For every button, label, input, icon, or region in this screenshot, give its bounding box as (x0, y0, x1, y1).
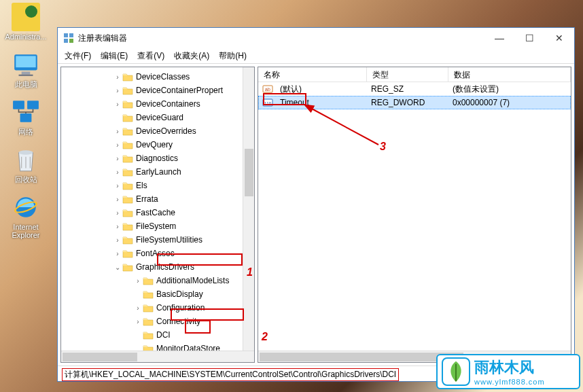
tree-item[interactable]: DeviceGuard (61, 111, 254, 124)
tree-item[interactable]: ›Els (61, 179, 254, 192)
close-button[interactable]: ✕ (544, 28, 574, 48)
icon-label: Administra... (0, 33, 52, 41)
col-name[interactable]: 名称 (258, 67, 367, 82)
tree-twisty[interactable]: › (113, 223, 122, 230)
tree-item[interactable]: ›Errata (61, 192, 254, 206)
menu-edit[interactable]: 编辑(E) (96, 49, 132, 63)
list-body[interactable]: ab(默认)REG_SZ(数值未设置)110TimeoutREG_DWORD0x… (258, 82, 571, 109)
tree-twisty[interactable]: › (113, 73, 122, 81)
tree-twisty[interactable]: › (113, 141, 122, 149)
desktop-icon-network[interactable]: 网络 (0, 98, 52, 136)
svg-rect-4 (13, 101, 24, 109)
value-row[interactable]: ab(默认)REG_SZ(数值未设置) (258, 82, 571, 96)
desktop-icon-administrator[interactable]: Administra... (0, 3, 52, 41)
logo-url: www.ylmf888.com (474, 378, 545, 386)
svg-rect-6 (20, 113, 32, 122)
folder-icon (143, 330, 154, 340)
tree-label: Errata (136, 194, 158, 204)
tree-label: DeviceContainers (136, 99, 200, 109)
tree-item[interactable]: DCI (61, 328, 254, 342)
folder-icon (122, 181, 133, 190)
tree-label: GraphicsDrivers (136, 262, 194, 272)
tree-twisty[interactable]: › (133, 277, 143, 285)
maximize-button[interactable]: ☐ (514, 28, 544, 48)
tree-item[interactable]: ›FastCache (61, 206, 254, 219)
tree-item[interactable]: ›AdditionalModeLists (61, 274, 254, 287)
tree-twisty[interactable]: › (133, 318, 143, 325)
folder-icon (143, 303, 154, 313)
tree-item[interactable]: ›DeviceContainerPropert (61, 84, 254, 97)
col-type[interactable]: 类型 (367, 67, 448, 82)
tree-item[interactable]: ›FileSystemUtilities (61, 233, 254, 247)
tree-label: DeviceGuard (136, 113, 183, 122)
folder-icon (122, 194, 133, 204)
menu-file[interactable]: 文件(F) (60, 49, 95, 63)
tree-twisty[interactable]: › (113, 101, 122, 108)
tree-label: Diagnostics (136, 154, 178, 163)
user-folder-icon (12, 3, 40, 31)
folder-icon (122, 126, 133, 136)
desktop-icon-recycle-bin[interactable]: 回收站 (0, 145, 52, 183)
tree-label: BasicDisplay (156, 289, 203, 299)
folder-icon (122, 235, 133, 245)
tree-item[interactable]: ›DeviceOverrides (61, 124, 254, 138)
menu-view[interactable]: 查看(V) (133, 49, 169, 63)
tree-twisty[interactable]: › (113, 196, 122, 203)
registry-editor-window: 注册表编辑器 — ☐ ✕ 文件(F) 编辑(E) 查看(V) 收藏夹(A) 帮助… (57, 27, 575, 382)
folder-icon (122, 154, 133, 163)
desktop-icon-ie[interactable]: Internet Explorer (0, 193, 52, 239)
tree-twisty[interactable]: › (113, 236, 122, 244)
titlebar[interactable]: 注册表编辑器 — ☐ ✕ (58, 28, 574, 48)
tree-label: DevQuery (136, 140, 173, 149)
tree-twisty[interactable]: › (113, 182, 122, 190)
value-type-icon: 110 (262, 97, 273, 108)
svg-text:ab: ab (265, 87, 270, 92)
tree-item[interactable]: MonitorDataStore (61, 342, 254, 351)
value-name: Timeout (275, 98, 366, 107)
svg-rect-1 (16, 56, 35, 67)
folder-icon (122, 262, 133, 272)
folder-icon (122, 113, 133, 122)
value-type-icon: ab (262, 84, 273, 94)
tree-item[interactable]: ›Configuration (61, 301, 254, 315)
tree-twisty[interactable]: › (113, 128, 122, 135)
svg-rect-10 (64, 33, 68, 37)
tree-item[interactable]: ›Diagnostics (61, 152, 254, 165)
tree-twisty[interactable]: › (113, 87, 122, 94)
tree-vscrollbar[interactable] (243, 67, 254, 351)
tree-twisty[interactable]: › (133, 304, 143, 312)
pc-icon (12, 50, 40, 79)
tree-twisty[interactable]: › (113, 168, 122, 176)
folder-icon (122, 99, 133, 109)
watermark-logo: 雨林木风 www.ylmf888.com (436, 354, 580, 389)
tree-label: Configuration (156, 303, 205, 313)
minimize-button[interactable]: — (484, 28, 514, 48)
tree-item[interactable]: ›FileSystem (61, 219, 254, 233)
tree-item[interactable]: ›DeviceContainers (61, 97, 254, 111)
tree-item[interactable]: ›EarlyLaunch (61, 165, 254, 179)
tree-hscrollbar[interactable] (61, 351, 254, 362)
folder-icon (122, 140, 133, 149)
svg-text:110: 110 (264, 101, 272, 105)
folder-icon (122, 72, 133, 82)
svg-rect-11 (69, 33, 73, 37)
tree-item[interactable]: ›FontAssoc (61, 247, 254, 260)
tree-pane: ›DeviceClasses›DeviceContainerPropert›De… (60, 67, 255, 363)
col-data[interactable]: 数据 (448, 67, 571, 82)
tree-item[interactable]: ›DeviceClasses (61, 70, 254, 84)
tree-item[interactable]: ›DevQuery (61, 138, 254, 152)
tree-item[interactable]: BasicDisplay (61, 287, 254, 301)
desktop-icon-this-pc[interactable]: 此电脑 (0, 50, 52, 88)
registry-tree[interactable]: ›DeviceClasses›DeviceContainerPropert›De… (61, 67, 254, 351)
menu-help[interactable]: 帮助(H) (215, 49, 251, 63)
menu-favorites[interactable]: 收藏夹(A) (170, 49, 213, 63)
tree-twisty[interactable]: › (113, 250, 122, 257)
tree-twisty[interactable]: › (113, 209, 122, 217)
tree-item[interactable]: ›Connectivity (61, 315, 254, 328)
tree-label: Els (136, 181, 147, 190)
tree-twisty[interactable]: ⌄ (113, 264, 122, 271)
tree-twisty[interactable]: › (113, 155, 122, 162)
regedit-icon (63, 33, 74, 43)
value-row[interactable]: 110TimeoutREG_DWORD0x00000007 (7) (258, 96, 571, 109)
tree-item[interactable]: ⌄GraphicsDrivers (61, 260, 254, 274)
